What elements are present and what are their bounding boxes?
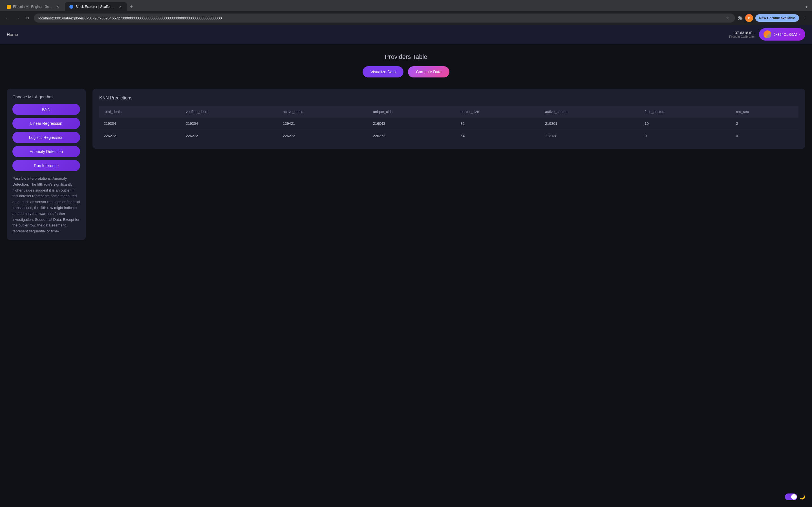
moon-icon: 🌙 xyxy=(800,494,805,500)
table-cell: 0 xyxy=(731,130,799,142)
reload-button[interactable]: ↻ xyxy=(24,14,32,22)
col-header-active-deals: active_deals xyxy=(278,106,368,117)
table-cell: 216043 xyxy=(368,117,456,130)
linear-regression-button[interactable]: Linear Regression xyxy=(12,118,80,129)
table-wrapper[interactable]: total_deals verified_deals active_deals … xyxy=(99,106,799,142)
address-bar[interactable]: localhost:3001/dataexplorer/0x50726f7669… xyxy=(34,13,735,22)
tab-blockexplorer[interactable]: Block Explorer | Scaffold-ETH... ✕ xyxy=(65,2,127,11)
sidebar-title: Choose ML Algorithm xyxy=(12,94,80,99)
table-cell: 0 xyxy=(640,130,731,142)
knn-predictions-table: total_deals verified_deals active_deals … xyxy=(99,106,799,142)
balance-amount: 137.6318 tFIL xyxy=(729,31,756,35)
col-header-active-sectors: active_sectors xyxy=(541,106,640,117)
knn-algorithm-button[interactable]: KNN xyxy=(12,104,80,115)
forward-button[interactable]: → xyxy=(13,14,21,22)
tab-favicon-filecoin xyxy=(7,5,11,9)
table-cell: 219304 xyxy=(99,117,181,130)
col-header-verified-deals: verified_deals xyxy=(181,106,278,117)
table-cell: 129421 xyxy=(278,117,368,130)
wallet-balance-display: 137.6318 tFIL Filecoin Calibration xyxy=(729,31,756,38)
home-link[interactable]: Home xyxy=(7,32,18,37)
tab-close-filecoin[interactable]: ✕ xyxy=(55,4,60,9)
algorithm-sidebar: Choose ML Algorithm KNN Linear Regressio… xyxy=(7,89,86,240)
table-cell: 2 xyxy=(731,117,799,130)
toggle-knob xyxy=(791,494,797,500)
menu-dots-button[interactable]: ⋮ xyxy=(801,14,809,22)
tab-bar: Filecoin ML Engine - Google ... ✕ Block … xyxy=(0,0,812,11)
col-header-sector-size: sector_size xyxy=(456,106,541,117)
address-text: localhost:3001/dataexplorer/0x50726f7669… xyxy=(38,16,723,20)
new-tab-button[interactable]: + xyxy=(128,3,135,11)
tab-favicon-blockexplorer xyxy=(69,5,73,9)
dark-mode-toggle[interactable]: 🌙 xyxy=(785,494,805,500)
wallet-chevron-icon: ▾ xyxy=(799,33,801,36)
back-button[interactable]: ← xyxy=(3,14,11,22)
table-cell: 219304 xyxy=(181,117,278,130)
anomaly-detection-button[interactable]: Anomaly Detection xyxy=(12,146,80,157)
new-chrome-button[interactable]: New Chrome available xyxy=(755,14,799,22)
table-cell: 226272 xyxy=(99,130,181,142)
tab-title-filecoin: Filecoin ML Engine - Google ... xyxy=(13,5,53,9)
visualize-data-button[interactable]: Visualize Data xyxy=(363,66,403,77)
interpretation-text: Possible Interpretations: Anomaly Detect… xyxy=(12,176,80,234)
table-cell: 219301 xyxy=(541,117,640,130)
toggle-switch[interactable] xyxy=(785,494,797,500)
profile-avatar[interactable]: P xyxy=(745,14,753,22)
col-header-unique-cids: unique_cids xyxy=(368,106,456,117)
extension-icon[interactable] xyxy=(737,15,743,21)
tab-close-blockexplorer[interactable]: ✕ xyxy=(118,4,122,9)
knn-predictions-title: KNN Predictions xyxy=(99,96,799,101)
table-cell: 10 xyxy=(640,117,731,130)
col-header-rec-sec: rec_sec xyxy=(731,106,799,117)
knn-predictions-panel: KNN Predictions total_deals verified_dea… xyxy=(93,89,805,149)
action-buttons: Visualize Data Compute Data xyxy=(7,66,805,77)
table-cell: 226272 xyxy=(181,130,278,142)
table-cell: 226272 xyxy=(368,130,456,142)
table-cell: 32 xyxy=(456,117,541,130)
svg-point-0 xyxy=(765,33,769,37)
content-grid: Choose ML Algorithm KNN Linear Regressio… xyxy=(7,89,805,240)
table-cell: 113138 xyxy=(541,130,640,142)
table-row: 2262722262722262722262726411313800 xyxy=(99,130,799,142)
app-navbar: Home 137.6318 tFIL Filecoin Calibration … xyxy=(0,25,812,44)
table-cell: 64 xyxy=(456,130,541,142)
browser-chrome: Filecoin ML Engine - Google ... ✕ Block … xyxy=(0,0,812,25)
table-row: 21930421930412942121604332219301102 xyxy=(99,117,799,130)
col-header-total-deals: total_deals xyxy=(99,106,181,117)
table-cell: 226272 xyxy=(278,130,368,142)
wallet-avatar-icon xyxy=(763,31,771,38)
compute-data-button[interactable]: Compute Data xyxy=(408,66,449,77)
wallet-address-label: 0x324C...99Af xyxy=(774,33,797,37)
address-bar-row: ← → ↻ localhost:3001/dataexplorer/0x5072… xyxy=(0,11,812,25)
tab-filecoin[interactable]: Filecoin ML Engine - Google ... ✕ xyxy=(2,2,64,11)
run-inference-button[interactable]: Run Inference xyxy=(12,160,80,171)
page-title: Providers Table xyxy=(7,53,805,61)
tab-title-blockexplorer: Block Explorer | Scaffold-ETH... xyxy=(75,5,116,9)
network-label: Filecoin Calibration xyxy=(729,35,756,38)
bookmark-icon[interactable]: ☆ xyxy=(725,15,730,21)
col-header-fault-sectors: fault_sectors xyxy=(640,106,731,117)
app-wallet: 137.6318 tFIL Filecoin Calibration 0x324… xyxy=(729,28,805,41)
tab-overflow-button[interactable]: ▾ xyxy=(803,3,810,10)
logistic-regression-button[interactable]: Logistic Regression xyxy=(12,132,80,143)
main-content: Providers Table Visualize Data Compute D… xyxy=(0,44,812,249)
wallet-connect-button[interactable]: 0x324C...99Af ▾ xyxy=(759,28,805,41)
